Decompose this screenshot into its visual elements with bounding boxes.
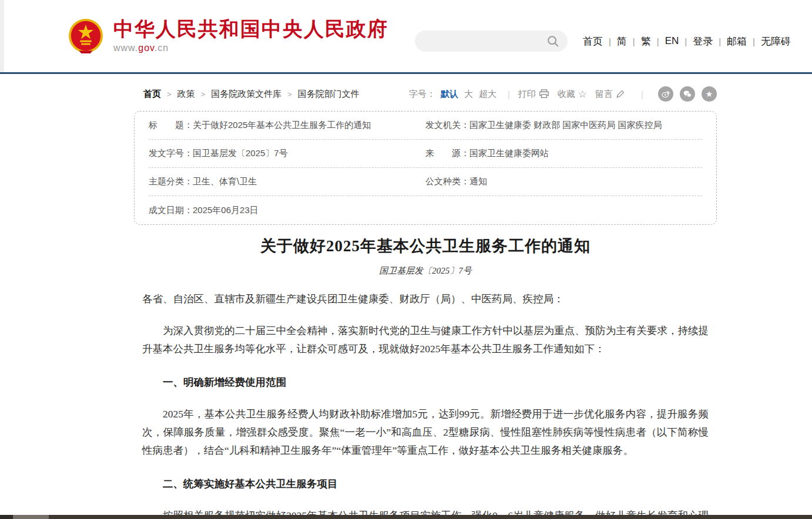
print-label: 打印 <box>518 89 536 100</box>
qzone-star-icon: ★ <box>706 90 713 98</box>
font-size-xlarge-button[interactable]: 超大 <box>479 89 496 100</box>
meta-source-value: 国家卫生健康委网站 <box>469 148 549 159</box>
wechat-share-button[interactable] <box>680 86 695 102</box>
meta-row: 成文日期：2025年06月23日 <box>149 196 702 224</box>
chevron-right-icon: > <box>201 90 206 99</box>
site-url-gov: gov <box>138 43 155 53</box>
font-size-default-button[interactable]: 默认 <box>441 89 458 100</box>
nav-divider: | <box>719 36 721 46</box>
page-edge-strip <box>0 0 4 72</box>
qzone-share-button[interactable]: ★ <box>702 86 717 102</box>
meta-issuer-value: 国家卫生健康委 财政部 国家中医药局 国家疾控局 <box>469 120 662 131</box>
paragraph-intro: 为深入贯彻党的二十届三中全会精神，落实新时代党的卫生与健康工作方针中以基层为重点… <box>142 322 709 358</box>
nav-divider: | <box>657 36 659 46</box>
nav-home[interactable]: 首页 <box>583 35 603 48</box>
nav-traditional[interactable]: 繁 <box>641 35 651 48</box>
toolbar-divider: | <box>641 89 643 99</box>
nav-english[interactable]: EN <box>665 35 679 47</box>
national-emblem-logo <box>68 18 104 54</box>
nav-mail[interactable]: 邮箱 <box>727 35 747 48</box>
breadcrumb: 首页 > 政策 > 国务院政策文件库 > 国务院部门文件 <box>134 89 365 100</box>
meta-row: 标 题：关于做好2025年基本公共卫生服务工作的通知 发文机关：国家卫生健康委 … <box>149 112 702 140</box>
favorite-button[interactable]: 收藏 ☆ <box>558 89 587 100</box>
weibo-share-button[interactable] <box>658 86 673 102</box>
star-outline-icon: ☆ <box>578 89 587 99</box>
paragraph-section-1: 2025年，基本公共卫生服务经费人均财政补助标准增加5元，达到99元。新增经费用… <box>142 405 709 460</box>
search-box[interactable] <box>415 31 568 52</box>
meta-doctype-value: 通知 <box>469 176 487 187</box>
site-url-cn: .cn <box>155 43 169 53</box>
meta-docnum-value: 国卫基层发〔2025〕7号 <box>193 148 288 159</box>
meta-row: 主题分类：卫生、体育\卫生 公文种类：通知 <box>149 168 702 196</box>
bottom-bar-cap <box>0 515 13 519</box>
comment-label: 留言 <box>595 89 613 100</box>
nav-divider: | <box>633 36 635 46</box>
font-size-large-button[interactable]: 大 <box>464 89 473 100</box>
nav-accessibility[interactable]: 无障碍 <box>761 35 791 48</box>
meta-doctype-label: 公文种类： <box>425 176 469 187</box>
meta-row: 发文字号：国卫基层发〔2025〕7号 来 源：国家卫生健康委网站 <box>149 140 702 168</box>
nav-divider: | <box>609 36 611 46</box>
search-input[interactable] <box>424 31 542 52</box>
document-title: 关于做好2025年基本公共卫生服务工作的通知 <box>142 235 709 257</box>
meta-date-value: 2025年06月23日 <box>193 205 259 216</box>
search-icon[interactable] <box>546 35 559 48</box>
site-header: 中华人民共和国中央人民政府 www.gov.cn 首页| 简| 繁| EN| 登… <box>0 0 812 74</box>
paragraph-salutation: 各省、自治区、直辖市及新疆生产建设兵团卫生健康委、财政厅（局）、中医药局、疾控局… <box>142 290 709 308</box>
article-body: 关于做好2025年基本公共卫生服务工作的通知 国卫基层发〔2025〕7号 各省、… <box>134 235 717 519</box>
wechat-icon <box>683 89 692 99</box>
nav-divider: | <box>685 36 687 46</box>
document-meta-table: 标 题：关于做好2025年基本公共卫生服务工作的通知 发文机关：国家卫生健康委 … <box>134 111 717 225</box>
nav-login[interactable]: 登录 <box>693 35 713 48</box>
chevron-right-icon: > <box>167 90 172 99</box>
meta-title-label: 标 题： <box>149 120 193 131</box>
bottom-footer-edge <box>0 515 812 519</box>
site-url: www.gov.cn <box>113 43 388 53</box>
printer-icon <box>539 89 549 99</box>
breadcrumb-home[interactable]: 首页 <box>143 89 161 100</box>
top-nav: 首页| 简| 繁| EN| 登录| 邮箱| 无障碍 <box>583 35 791 48</box>
favorite-label: 收藏 <box>558 89 575 100</box>
section-heading-2: 二、统筹实施好基本公共卫生服务项目 <box>142 475 709 493</box>
breadcrumb-policy-library[interactable]: 国务院政策文件库 <box>211 89 281 100</box>
meta-source-label: 来 源： <box>425 148 469 159</box>
pencil-icon <box>616 90 625 99</box>
toolbar-divider: | <box>508 89 510 99</box>
print-button[interactable]: 打印 <box>518 89 549 100</box>
horizontal-scrollbar-thumb[interactable] <box>13 515 49 519</box>
meta-issuer-label: 发文机关： <box>425 120 469 131</box>
chevron-right-icon: > <box>287 90 292 99</box>
meta-category-label: 主题分类： <box>149 176 193 187</box>
article-toolbar: 字号： 默认 大 超大 | 打印 收藏 ☆ 留言 <box>409 86 717 102</box>
weibo-icon <box>661 89 670 99</box>
section-heading-1: 一、明确新增经费使用范围 <box>142 373 709 392</box>
nav-simplified[interactable]: 简 <box>617 35 627 48</box>
nav-divider: | <box>753 36 755 46</box>
font-size-label: 字号： <box>409 89 435 100</box>
meta-docnum-label: 发文字号： <box>149 148 193 159</box>
breadcrumb-policy[interactable]: 政策 <box>177 89 195 100</box>
site-title: 中华人民共和国中央人民政府 <box>113 18 388 40</box>
meta-title-value: 关于做好2025年基本公共卫生服务工作的通知 <box>193 120 371 131</box>
comment-button[interactable]: 留言 <box>595 89 625 100</box>
site-url-www: www. <box>113 43 138 53</box>
meta-category-value: 卫生、体育\卫生 <box>193 176 257 187</box>
breadcrumb-department-docs[interactable]: 国务院部门文件 <box>298 89 360 100</box>
meta-date-label: 成文日期： <box>149 205 193 216</box>
document-number: 国卫基层发〔2025〕7号 <box>142 265 709 277</box>
main-content: 首页 > 政策 > 国务院政策文件库 > 国务院部门文件 字号： 默认 大 超大… <box>134 86 717 519</box>
